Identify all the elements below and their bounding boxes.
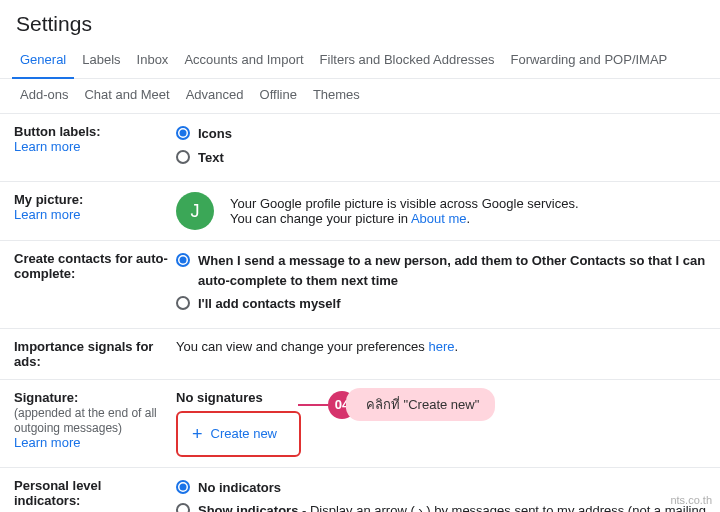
annotation-04: 04 คลิกที่ "Create new" [298,388,495,421]
no-signatures-text: No signatures [176,390,263,405]
tab-themes[interactable]: Themes [305,79,368,114]
tab-addons[interactable]: Add-ons [12,79,76,114]
button-labels-learn-more[interactable]: Learn more [14,139,80,154]
radio-auto-add[interactable] [176,253,190,267]
importance-label: Importance signals for ads: [14,339,153,369]
create-new-label: Create new [211,426,277,441]
create-new-button[interactable]: + Create new [180,417,289,451]
button-labels-row: Button labels: Learn more Icons Text [0,114,720,182]
picture-desc-2a: You can change your picture in [230,211,411,226]
auto-contacts-label: Create contacts for auto-complete: [14,251,168,281]
radio-icons-label: Icons [198,124,232,144]
importance-desc-b: . [455,339,459,354]
signature-sub: (appended at the end of all outgoing mes… [14,406,157,435]
picture-desc-1: Your Google profile picture is visible a… [230,196,579,211]
tab-accounts-import[interactable]: Accounts and Import [176,44,311,79]
tabs-row-1: General Labels Inbox Accounts and Import… [0,44,720,79]
tab-forwarding[interactable]: Forwarding and POP/IMAP [502,44,675,79]
tab-labels[interactable]: Labels [74,44,128,79]
my-picture-label: My picture: [14,192,83,207]
annotation-line [298,404,328,406]
tab-filters[interactable]: Filters and Blocked Addresses [312,44,503,79]
annotation-text: คลิกที่ "Create new" [346,388,495,421]
personal-level-label: Personal level indicators: [14,478,101,508]
personal-level-row: Personal level indicators: No indicators… [0,468,720,513]
avatar[interactable]: J [176,192,214,230]
my-picture-row: My picture: Learn more J Your Google pro… [0,182,720,241]
importance-desc-a: You can view and change your preferences [176,339,428,354]
radio-icons[interactable] [176,126,190,140]
radio-no-indicators[interactable] [176,480,190,494]
tab-offline[interactable]: Offline [252,79,305,114]
plus-icon: + [192,425,203,443]
tab-general[interactable]: General [12,44,74,79]
tabs-row-2: Add-ons Chat and Meet Advanced Offline T… [0,79,720,114]
radio-text[interactable] [176,150,190,164]
radio-show-indicators[interactable] [176,503,190,512]
watermark: nts.co.th [670,494,712,506]
signature-label: Signature: [14,390,78,405]
tab-inbox[interactable]: Inbox [129,44,177,79]
radio-auto-add-label: When I send a message to a new person, a… [198,251,706,290]
tab-advanced[interactable]: Advanced [178,79,252,114]
no-indicators-bold: No indicators [198,480,281,495]
importance-row: Importance signals for ads: You can view… [0,329,720,380]
tab-chat-meet[interactable]: Chat and Meet [76,79,177,114]
show-indicators-bold: Show indicators [198,503,298,512]
about-me-link[interactable]: About me [411,211,467,226]
page-title: Settings [0,0,720,44]
create-new-highlight: + Create new [176,411,301,457]
picture-desc-2b: . [467,211,471,226]
radio-add-myself[interactable] [176,296,190,310]
importance-here-link[interactable]: here [428,339,454,354]
auto-contacts-row: Create contacts for auto-complete: When … [0,241,720,329]
button-labels-label: Button labels: [14,124,101,139]
radio-add-myself-label: I'll add contacts myself [198,294,341,314]
radio-text-label: Text [198,148,224,168]
signature-learn-more[interactable]: Learn more [14,435,80,450]
my-picture-learn-more[interactable]: Learn more [14,207,80,222]
